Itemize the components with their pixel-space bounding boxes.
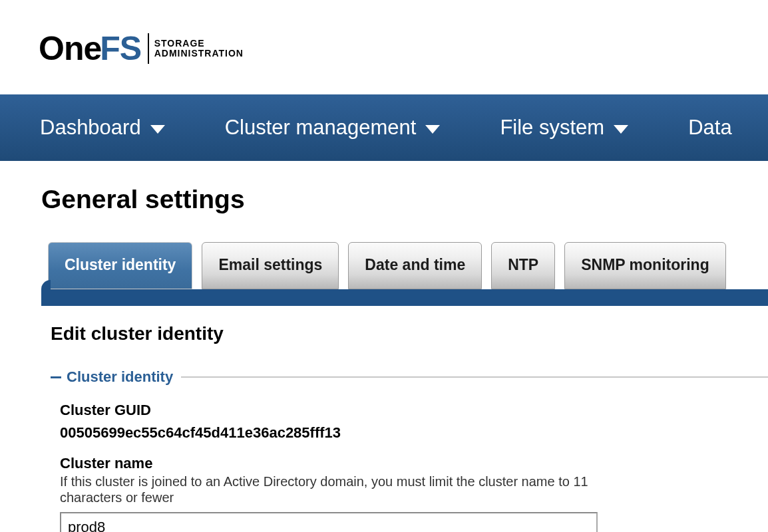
tab-snmp-monitoring[interactable]: SNMP monitoring (564, 242, 726, 289)
cluster-name-hint: If this cluster is joined to an Active D… (60, 473, 606, 505)
nav-cluster-management[interactable]: Cluster management (225, 116, 441, 140)
logo-one-text: One (39, 29, 101, 68)
nav-label: Cluster management (225, 116, 417, 140)
app-logo: One FS STORAGE ADMINISTRATION (0, 0, 768, 94)
svg-marker-1 (425, 125, 440, 134)
active-tab-bar (41, 289, 768, 306)
fieldset-cluster-identity[interactable]: Cluster identity (51, 368, 768, 386)
nav-data[interactable]: Data (688, 116, 731, 140)
nav-label: Dashboard (40, 116, 141, 140)
cluster-guid-value: 00505699ec55c64cf45d411e36ac285fff13 (60, 424, 768, 442)
tab-cluster-identity[interactable]: Cluster identity (48, 242, 192, 289)
caret-down-icon (614, 116, 628, 140)
tab-date-and-time[interactable]: Date and time (348, 242, 482, 289)
logo-subtitle: STORAGE ADMINISTRATION (154, 39, 244, 58)
main-navbar: Dashboard Cluster management File system… (0, 94, 768, 161)
tab-email-settings[interactable]: Email settings (202, 242, 339, 289)
tab-ntp[interactable]: NTP (491, 242, 555, 289)
svg-marker-0 (150, 125, 165, 134)
logo-divider (148, 33, 149, 64)
fieldset-legend: Cluster identity (67, 368, 173, 386)
fieldset-rule (181, 376, 768, 378)
logo-fs-text: FS (100, 29, 141, 68)
nav-dashboard[interactable]: Dashboard (40, 116, 165, 140)
logo-sub-line2: ADMINISTRATION (154, 49, 244, 59)
nav-file-system[interactable]: File system (500, 116, 628, 140)
form-heading: Edit cluster identity (51, 323, 768, 344)
tabs-row: Cluster identity Email settings Date and… (48, 242, 768, 289)
nav-label: Data (688, 116, 731, 140)
svg-marker-2 (614, 125, 628, 134)
nav-label: File system (500, 116, 604, 140)
caret-down-icon (425, 116, 440, 140)
caret-down-icon (150, 116, 165, 140)
cluster-name-input[interactable] (60, 512, 598, 532)
cluster-name-label: Cluster name (60, 455, 768, 472)
page-title: General settings (41, 185, 768, 214)
cluster-guid-label: Cluster GUID (60, 402, 768, 419)
collapse-icon (51, 376, 61, 378)
logo-sub-line1: STORAGE (154, 39, 244, 49)
